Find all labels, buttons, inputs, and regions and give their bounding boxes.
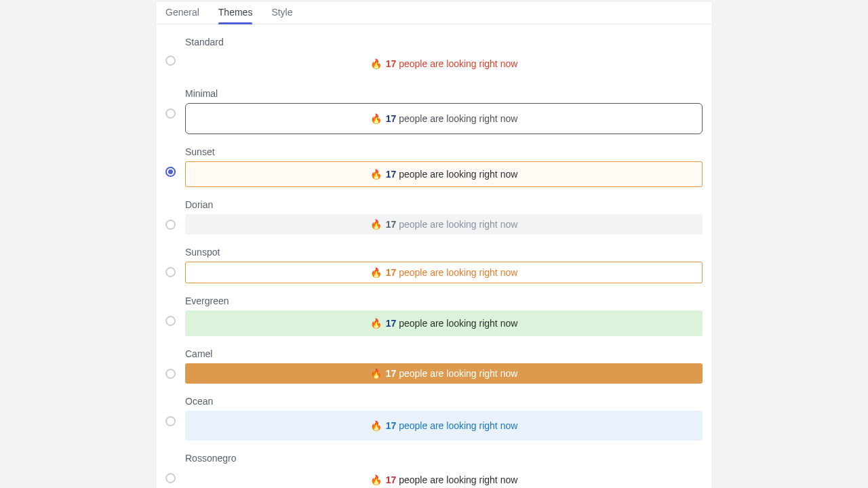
preview-count: 17 bbox=[386, 58, 397, 69]
tab-general[interactable]: General bbox=[165, 1, 199, 24]
theme-label: Dorian bbox=[185, 199, 703, 210]
preview-text: people are looking right now bbox=[399, 368, 517, 379]
preview-count: 17 bbox=[386, 318, 397, 329]
fire-icon: 🔥 bbox=[370, 474, 382, 485]
preview-text: people are looking right now bbox=[399, 474, 517, 485]
theme-radio-rossonegro[interactable] bbox=[165, 473, 176, 483]
theme-label: Standard bbox=[185, 37, 703, 47]
fire-icon: 🔥 bbox=[370, 267, 382, 278]
theme-label: Sunset bbox=[185, 146, 703, 157]
settings-card: General Themes Style Standard 🔥 17 peopl… bbox=[155, 2, 713, 488]
theme-option-evergreen: Evergreen 🔥 17 people are looking right … bbox=[165, 296, 703, 336]
theme-option-minimal: Minimal 🔥 17 people are looking right no… bbox=[165, 88, 703, 134]
theme-option-camel: Camel 🔥 17 people are looking right now bbox=[165, 348, 703, 384]
theme-preview-evergreen: 🔥 17 people are looking right now bbox=[185, 310, 703, 336]
preview-count: 17 bbox=[386, 474, 397, 485]
theme-label: Minimal bbox=[185, 88, 703, 99]
fire-icon: 🔥 bbox=[370, 169, 382, 180]
tab-themes[interactable]: Themes bbox=[218, 1, 253, 24]
preview-text: people are looking right now bbox=[399, 58, 517, 69]
preview-text: people are looking right now bbox=[399, 420, 517, 431]
theme-preview-ocean: 🔥 17 people are looking right now bbox=[185, 411, 703, 441]
theme-preview-camel: 🔥 17 people are looking right now bbox=[185, 363, 703, 384]
preview-count: 17 bbox=[386, 169, 397, 180]
preview-count: 17 bbox=[386, 420, 397, 431]
theme-label: Sunspot bbox=[185, 247, 703, 258]
themes-list: Standard 🔥 17 people are looking right n… bbox=[156, 24, 712, 488]
tab-style[interactable]: Style bbox=[271, 1, 292, 24]
theme-radio-evergreen[interactable] bbox=[165, 316, 176, 326]
fire-icon: 🔥 bbox=[370, 420, 382, 431]
theme-preview-dorian: 🔥 17 people are looking right now bbox=[185, 214, 703, 235]
fire-icon: 🔥 bbox=[370, 368, 382, 379]
theme-option-rossonegro: Rossonegro 🔥 17 people are looking right… bbox=[165, 453, 703, 488]
theme-preview-minimal: 🔥 17 people are looking right now bbox=[185, 103, 703, 134]
theme-label: Rossonegro bbox=[185, 453, 703, 464]
fire-icon: 🔥 bbox=[370, 318, 382, 329]
preview-count: 17 bbox=[386, 267, 397, 278]
theme-label: Ocean bbox=[185, 396, 703, 407]
theme-radio-camel[interactable] bbox=[165, 369, 176, 379]
preview-text: people are looking right now bbox=[399, 169, 517, 180]
fire-icon: 🔥 bbox=[370, 58, 382, 69]
theme-preview-rossonegro: 🔥 17 people are looking right now bbox=[185, 468, 703, 488]
theme-preview-standard: 🔥 17 people are looking right now bbox=[185, 52, 703, 76]
theme-radio-minimal[interactable] bbox=[165, 108, 176, 119]
theme-preview-sunspot: 🔥 17 people are looking right now bbox=[185, 262, 703, 283]
preview-text: people are looking right now bbox=[399, 267, 517, 278]
theme-option-ocean: Ocean 🔥 17 people are looking right now bbox=[165, 396, 703, 441]
preview-text: people are looking right now bbox=[399, 318, 517, 329]
fire-icon: 🔥 bbox=[370, 219, 382, 230]
preview-text: people are looking right now bbox=[399, 219, 517, 230]
theme-label: Evergreen bbox=[185, 296, 703, 306]
theme-radio-sunspot[interactable] bbox=[165, 267, 176, 277]
theme-preview-sunset: 🔥 17 people are looking right now bbox=[185, 161, 703, 187]
theme-radio-standard[interactable] bbox=[165, 56, 176, 66]
fire-icon: 🔥 bbox=[370, 113, 382, 124]
preview-count: 17 bbox=[386, 219, 397, 230]
preview-text: people are looking right now bbox=[399, 113, 517, 124]
theme-option-sunspot: Sunspot 🔥 17 people are looking right no… bbox=[165, 247, 703, 283]
theme-radio-sunset[interactable] bbox=[165, 167, 176, 177]
theme-radio-dorian[interactable] bbox=[165, 220, 176, 230]
theme-label: Camel bbox=[185, 348, 703, 359]
theme-radio-ocean[interactable] bbox=[165, 416, 176, 426]
tabs-bar: General Themes Style bbox=[156, 2, 712, 24]
preview-count: 17 bbox=[386, 113, 397, 124]
theme-option-dorian: Dorian 🔥 17 people are looking right now bbox=[165, 199, 703, 235]
preview-count: 17 bbox=[386, 368, 397, 379]
theme-option-standard: Standard 🔥 17 people are looking right n… bbox=[165, 37, 703, 76]
theme-option-sunset: Sunset 🔥 17 people are looking right now bbox=[165, 146, 703, 187]
